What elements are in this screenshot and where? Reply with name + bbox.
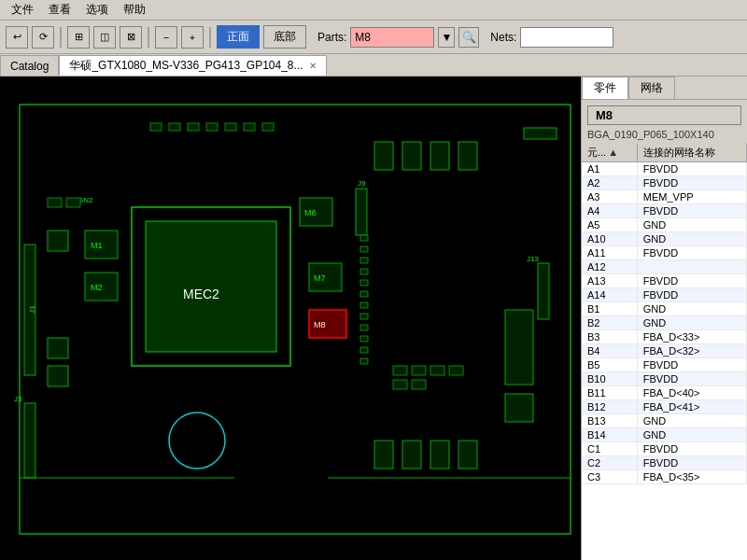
table-row[interactable]: C2FBVDD — [582, 456, 747, 470]
parts-label: Parts: — [317, 31, 346, 44]
table-row[interactable]: A1FBVDD — [582, 162, 747, 176]
svg-rect-37 — [360, 269, 368, 274]
menu-help[interactable]: 帮助 — [116, 0, 153, 20]
col-header-net[interactable]: 连接的网络名称 — [637, 144, 746, 162]
svg-rect-20 — [402, 441, 421, 469]
pin-cell: A12 — [582, 260, 637, 274]
pin-cell: B13 — [582, 414, 637, 428]
main-content: MEC2 M8 M6 M7 M1 M2 — [0, 77, 747, 560]
pin-cell: A10 — [582, 232, 637, 246]
table-row[interactable]: B10FBVDD — [582, 372, 747, 386]
net-cell: FBA_D<32> — [637, 344, 746, 358]
toolbar-btn-1[interactable]: ↩ — [6, 26, 28, 49]
svg-text:MEC2: MEC2 — [183, 287, 219, 301]
svg-rect-33 — [505, 394, 533, 422]
svg-rect-16 — [402, 142, 421, 170]
component-desc: BGA_0190_P065_100X140 — [582, 127, 747, 142]
svg-rect-18 — [458, 142, 477, 170]
pcb-panel[interactable]: MEC2 M8 M6 M7 M1 M2 — [0, 77, 581, 560]
net-cell: FBA_D<33> — [637, 330, 746, 344]
table-row[interactable]: A13FBVDD — [582, 274, 747, 288]
toolbar-btn-4[interactable]: ◫ — [93, 26, 116, 49]
toolbar-btn-minus[interactable]: − — [155, 26, 177, 49]
svg-rect-26 — [356, 189, 367, 235]
table-row[interactable]: B1GND — [582, 302, 747, 316]
toolbar-btn-3[interactable]: ⊞ — [67, 26, 90, 49]
net-table[interactable]: 元...▲ 连接的网络名称 A1FBVDDA2FBVDDA3MEM_VPPA4F… — [582, 144, 747, 560]
tabbar: Catalog 华硕_GTX1080_MS-V336_PG413_GP104_8… — [0, 54, 747, 77]
net-cell: FBA_D<40> — [637, 386, 746, 400]
svg-rect-50 — [188, 123, 199, 131]
table-row[interactable]: A14FBVDD — [582, 288, 747, 302]
svg-text:M7: M7 — [314, 273, 326, 283]
table-row[interactable]: B5FBVDD — [582, 358, 747, 372]
table-row[interactable]: B13GND — [582, 414, 747, 428]
table-row[interactable]: A12 — [582, 260, 747, 274]
svg-rect-30 — [24, 403, 35, 478]
view-back-button[interactable]: 底部 — [263, 25, 306, 49]
pin-cell: A1 — [582, 162, 637, 176]
file-tab[interactable]: 华硕_GTX1080_MS-V336_PG413_GP104_8... ✕ — [59, 55, 326, 76]
menu-options[interactable]: 选项 — [78, 0, 116, 20]
net-cell: GND — [637, 302, 746, 316]
col-header-pin[interactable]: 元...▲ — [582, 144, 637, 162]
svg-rect-49 — [169, 123, 180, 131]
svg-rect-44 — [360, 347, 368, 353]
svg-rect-35 — [360, 246, 368, 252]
svg-text:J3: J3 — [14, 395, 22, 403]
svg-rect-62 — [412, 380, 426, 389]
catalog-tab-label: Catalog — [10, 60, 49, 73]
right-tab-nets[interactable]: 网络 — [628, 77, 675, 99]
svg-rect-52 — [225, 123, 236, 131]
pin-cell: A5 — [582, 218, 637, 232]
svg-rect-19 — [374, 441, 393, 469]
svg-rect-32 — [505, 310, 533, 385]
toolbar-btn-plus[interactable]: + — [181, 26, 204, 49]
svg-rect-22 — [458, 441, 477, 469]
parts-dropdown[interactable]: ▼ — [438, 27, 455, 48]
toolbar-btn-5[interactable]: ⊠ — [120, 26, 142, 49]
svg-rect-21 — [430, 441, 449, 469]
svg-rect-15 — [374, 142, 393, 170]
net-cell: GND — [637, 428, 746, 442]
nets-input[interactable] — [520, 27, 613, 48]
svg-text:M2: M2 — [91, 283, 103, 292]
pin-cell: B10 — [582, 372, 637, 386]
file-tab-close[interactable]: ✕ — [309, 61, 317, 71]
table-row[interactable]: B12FBA_D<41> — [582, 400, 747, 414]
table-row[interactable]: A2FBVDD — [582, 176, 747, 190]
pin-cell: C3 — [582, 470, 637, 484]
svg-rect-60 — [412, 366, 426, 375]
svg-rect-17 — [430, 142, 449, 170]
pin-cell: B11 — [582, 386, 637, 400]
svg-rect-34 — [360, 235, 368, 241]
menu-file[interactable]: 文件 — [4, 0, 41, 20]
table-row[interactable]: B3FBA_D<33> — [582, 330, 747, 344]
table-row[interactable]: B14GND — [582, 428, 747, 442]
catalog-tab[interactable]: Catalog — [0, 55, 59, 76]
toolbar-sep-1 — [60, 27, 62, 48]
table-row[interactable]: B11FBA_D<40> — [582, 386, 747, 400]
table-row[interactable]: A11FBVDD — [582, 246, 747, 260]
right-panel: 零件 网络 M8 BGA_0190_P065_100X140 元...▲ 连接的… — [581, 77, 747, 560]
pin-cell: A13 — [582, 274, 637, 288]
table-row[interactable]: A5GND — [582, 218, 747, 232]
view-front-button[interactable]: 正面 — [217, 25, 260, 49]
table-row[interactable]: B2GND — [582, 316, 747, 330]
table-row[interactable]: A4FBVDD — [582, 204, 747, 218]
net-cell: FBVDD — [637, 456, 746, 470]
net-cell — [637, 260, 746, 274]
toolbar-btn-2[interactable]: ⟳ — [32, 26, 54, 49]
table-row[interactable]: A3MEM_VPP — [582, 190, 747, 204]
parts-search-button[interactable]: 🔍 — [458, 27, 479, 48]
table-row[interactable]: C1FBVDD — [582, 442, 747, 456]
table-row[interactable]: C3FBA_D<35> — [582, 470, 747, 484]
parts-input[interactable] — [350, 27, 434, 48]
table-row[interactable]: B4FBA_D<32> — [582, 344, 747, 358]
pcb-canvas: MEC2 M8 M6 M7 M1 M2 — [0, 77, 581, 560]
menu-view[interactable]: 查看 — [41, 0, 78, 20]
svg-rect-40 — [360, 302, 368, 308]
svg-rect-28 — [538, 263, 549, 319]
table-row[interactable]: A10GND — [582, 232, 747, 246]
right-tab-parts[interactable]: 零件 — [582, 77, 628, 99]
